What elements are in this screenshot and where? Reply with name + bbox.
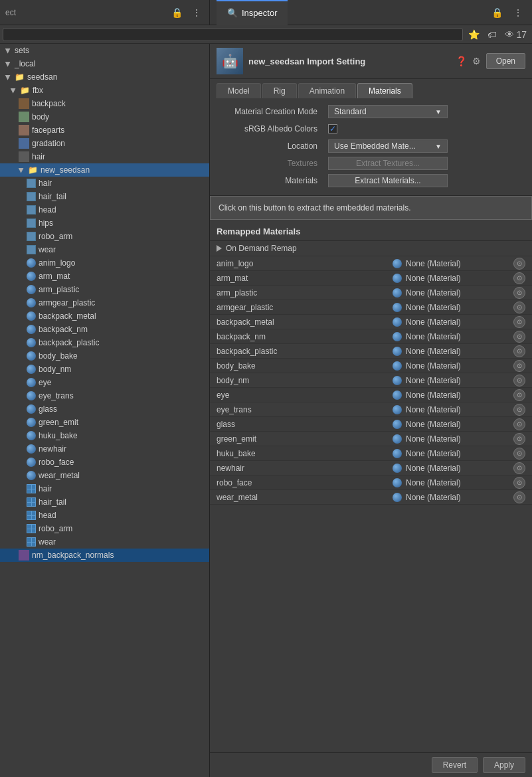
material-picker-button[interactable]: ⊙ — [513, 491, 525, 503]
tree-item-newhair[interactable]: newhair — [0, 442, 209, 456]
apply-button[interactable]: Apply — [483, 757, 525, 773]
material-picker-button[interactable]: ⊙ — [513, 404, 525, 416]
tree-item-eye[interactable]: eye — [0, 376, 209, 389]
more-options-button[interactable]: ⋮ — [189, 6, 204, 19]
material-row-eye: eye None (Material) ⊙ — [210, 388, 532, 402]
tree-item-robo-arm-grid[interactable]: robo_arm — [0, 522, 209, 535]
arrow-down-icon: ▶ — [18, 167, 25, 173]
dropdown-arrow-icon: ▼ — [435, 108, 442, 116]
material-row-body-nm: body_nm None (Material) ⊙ — [210, 373, 532, 388]
material-picker-button[interactable]: ⊙ — [513, 462, 525, 474]
tree-item-eye-trans[interactable]: eye_trans — [0, 389, 209, 402]
tree-item-hips-mesh[interactable]: hips — [0, 216, 209, 230]
material-picker-button[interactable]: ⊙ — [513, 287, 525, 299]
mat-value: None (Material) ⊙ — [393, 360, 525, 372]
material-creation-value: Standard ▼ — [328, 105, 525, 118]
tab-model[interactable]: Model — [217, 83, 261, 98]
settings-icon[interactable]: ⚙ — [472, 56, 481, 66]
tree-item-fbx[interactable]: ▶ 📁 fbx — [0, 84, 209, 97]
right-panel: 🤖 new_seedsan Import Setting ❓ ⚙ Open Mo… — [210, 44, 532, 777]
tree-item-anim-logo[interactable]: anim_logo — [0, 256, 209, 270]
tree-item-body-nm[interactable]: body_nm — [0, 363, 209, 376]
label-filter-button[interactable]: 🏷 — [485, 28, 499, 41]
right-lock-button[interactable]: 🔒 — [489, 6, 505, 19]
mat-name: eye_trans — [217, 405, 393, 414]
tree-item-green-emit[interactable]: green_emit — [0, 416, 209, 429]
textures-row: Textures Extract Textures... — [217, 155, 525, 171]
material-picker-button[interactable]: ⊙ — [513, 345, 525, 357]
tree-item-wear-metal[interactable]: wear_metal — [0, 469, 209, 482]
tree-item-head-grid[interactable]: head — [0, 509, 209, 522]
tree-label-hair-top: hair — [32, 152, 45, 161]
help-icon[interactable]: ❓ — [456, 56, 467, 66]
material-picker-button[interactable]: ⊙ — [513, 360, 525, 372]
tree-item-body-bake[interactable]: body_bake — [0, 349, 209, 363]
tree-item-faceparts[interactable]: faceparts — [0, 124, 209, 137]
tree-item-robo-arm-mesh[interactable]: robo_arm — [0, 230, 209, 243]
tree-item-gradation[interactable]: gradation — [0, 137, 209, 150]
lock-button[interactable]: 🔒 — [169, 6, 185, 19]
extract-materials-button[interactable]: Extract Materials... — [328, 174, 448, 187]
material-picker-button[interactable]: ⊙ — [513, 272, 525, 284]
folder-icon: 📁 — [15, 72, 25, 82]
tree-item-backpack-nm[interactable]: backpack_nm — [0, 323, 209, 336]
tree-item-backpack-metal[interactable]: backpack_metal — [0, 309, 209, 323]
revert-button[interactable]: Revert — [432, 757, 478, 773]
tree-item-sets[interactable]: ▶ sets — [0, 44, 209, 57]
mat-name: body_bake — [217, 361, 393, 371]
tree-label: body_bake — [39, 351, 78, 361]
visibility-toggle[interactable]: 👁 17 — [502, 28, 529, 41]
material-picker-button[interactable]: ⊙ — [513, 331, 525, 343]
material-picker-button[interactable]: ⊙ — [513, 316, 525, 328]
folder-icon: 📁 — [28, 165, 38, 175]
tree-item-hair-tail-mesh[interactable]: hair_tail — [0, 190, 209, 203]
on-demand-remap-row[interactable]: On Demand Remap — [210, 241, 532, 256]
tree-item-head-mesh[interactable]: head — [0, 203, 209, 216]
asset-thumbnail-nm — [19, 550, 29, 561]
tree-item-nm-backpack[interactable]: nm_backpack_normals — [0, 549, 209, 562]
tree-item-hair-tail-grid[interactable]: hair_tail — [0, 495, 209, 509]
material-picker-button[interactable]: ⊙ — [513, 477, 525, 489]
tree-item-seedsan[interactable]: ▶ 📁 seedsan — [0, 70, 209, 84]
sphere-icon — [27, 418, 36, 427]
left-panel-title: ect — [5, 8, 16, 17]
tab-animation[interactable]: Animation — [298, 83, 356, 98]
tree-item-body[interactable]: body — [0, 110, 209, 124]
grid-icon — [27, 484, 36, 493]
tab-materials[interactable]: Materials — [357, 83, 412, 98]
tree-item-huku-bake[interactable]: huku_bake — [0, 429, 209, 442]
tree-item-new-seedsan[interactable]: ▶ 📁 new_seedsan — [0, 163, 209, 177]
material-creation-dropdown[interactable]: Standard ▼ — [328, 105, 448, 118]
material-picker-button[interactable]: ⊙ — [513, 448, 525, 460]
material-picker-button[interactable]: ⊙ — [513, 418, 525, 430]
top-bar: ect 🔒 ⋮ 🔍 Inspector 🔒 ⋮ — [0, 0, 532, 25]
tree-item-hair-mesh[interactable]: hair — [0, 177, 209, 190]
material-picker-button[interactable]: ⊙ — [513, 389, 525, 401]
tree-item-backpack-plastic[interactable]: backpack_plastic — [0, 336, 209, 349]
tree-item-wear-grid[interactable]: wear — [0, 535, 209, 549]
search-input[interactable] — [3, 28, 463, 41]
right-more-button[interactable]: ⋮ — [511, 6, 525, 19]
tree-item-armgear-plastic[interactable]: armgear_plastic — [0, 296, 209, 309]
open-button[interactable]: Open — [486, 53, 525, 69]
star-filter-button[interactable]: ⭐ — [466, 28, 482, 41]
material-picker-button[interactable]: ⊙ — [513, 433, 525, 445]
tree-item-hair-grid[interactable]: hair — [0, 482, 209, 495]
dropdown-value: Use Embedded Mate... — [334, 141, 416, 151]
tree-item-arm-plastic[interactable]: arm_plastic — [0, 283, 209, 296]
material-picker-button[interactable]: ⊙ — [513, 258, 525, 270]
tree-item-robo-face[interactable]: robo_face — [0, 456, 209, 469]
tree-item-glass[interactable]: glass — [0, 402, 209, 416]
tree-item-backpack[interactable]: backpack — [0, 97, 209, 110]
tree-item-local[interactable]: ▶ _local — [0, 57, 209, 70]
tree-item-wear-mesh[interactable]: wear — [0, 243, 209, 256]
tree-item-arm-mat[interactable]: arm_mat — [0, 270, 209, 283]
tab-rig[interactable]: Rig — [262, 83, 297, 98]
material-picker-button[interactable]: ⊙ — [513, 375, 525, 387]
material-picker-button[interactable]: ⊙ — [513, 302, 525, 313]
inspector-icon: 🔍 — [227, 8, 238, 18]
tree-item-hair-top[interactable]: hair — [0, 150, 209, 163]
inspector-tab[interactable]: 🔍 Inspector — [217, 0, 288, 25]
srgb-checkbox[interactable]: ✓ — [328, 124, 337, 133]
location-dropdown[interactable]: Use Embedded Mate... ▼ — [328, 139, 448, 153]
